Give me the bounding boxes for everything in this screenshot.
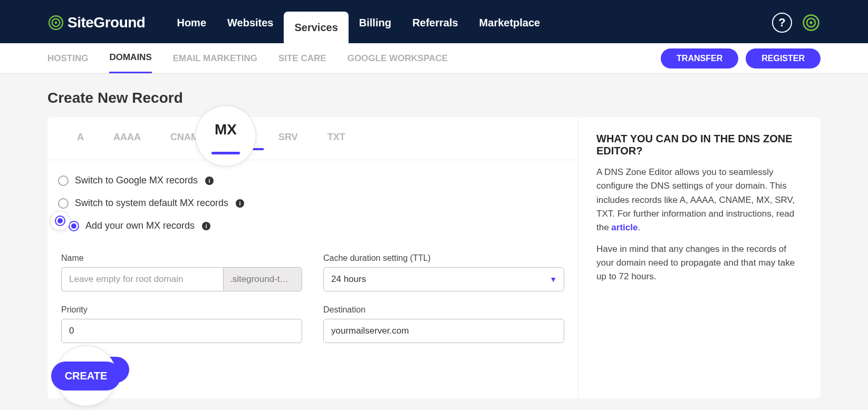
- record-card: MX A AAAA CNAME MX SRV TXT Switch to Goo…: [47, 117, 821, 398]
- article-link[interactable]: article: [611, 222, 638, 232]
- subnav-site-care[interactable]: SITE CARE: [278, 43, 326, 73]
- nav-referrals[interactable]: Referrals: [402, 2, 469, 43]
- svg-point-2: [55, 22, 57, 24]
- ttl-select[interactable]: 24 hours ▼: [323, 267, 564, 291]
- nav-services[interactable]: Services: [284, 12, 348, 43]
- mx-magnify-label: MX: [215, 121, 237, 138]
- record-type-tabs: A AAAA CNAME MX SRV TXT: [47, 117, 578, 160]
- rectab-txt[interactable]: TXT: [313, 128, 360, 150]
- register-button[interactable]: REGISTER: [746, 48, 821, 69]
- ttl-value: 24 hours: [323, 267, 564, 291]
- radio-icon: [58, 198, 69, 209]
- main-nav: Home Websites Services Billing Referrals…: [166, 2, 551, 43]
- destination-label: Destination: [323, 305, 564, 315]
- create-highlight-label: CREATE: [51, 362, 121, 391]
- header-right: ?: [772, 13, 821, 33]
- transfer-button[interactable]: TRANSFER: [661, 48, 738, 69]
- priority-input[interactable]: [61, 319, 302, 343]
- radio-google-mx[interactable]: Switch to Google MX records i: [58, 175, 567, 186]
- nav-marketplace[interactable]: Marketplace: [469, 2, 551, 43]
- help-icon[interactable]: ?: [772, 13, 792, 33]
- radio-label: Switch to Google MX records: [75, 175, 198, 186]
- subnav-hosting[interactable]: HOSTING: [47, 43, 88, 73]
- ttl-label: Cache duration setting (TTL): [323, 253, 564, 263]
- field-name: Name .siteground-t…: [61, 253, 302, 291]
- nav-websites[interactable]: Websites: [217, 2, 284, 43]
- name-input-wrap: .siteground-t…: [61, 267, 302, 291]
- sub-nav: HOSTING DOMAINS EMAIL MARKETING SITE CAR…: [0, 43, 868, 74]
- svg-point-5: [809, 21, 812, 24]
- name-label: Name: [61, 253, 302, 263]
- account-swirl-icon[interactable]: [802, 13, 821, 32]
- info-icon[interactable]: i: [236, 199, 244, 208]
- sidebar-paragraph-1: A DNS Zone Editor allows you to seamless…: [596, 165, 805, 235]
- radio-label: Add your own MX records: [85, 220, 195, 231]
- sidebar-paragraph-2: Have in mind that any changes in the rec…: [596, 242, 805, 284]
- info-icon[interactable]: i: [205, 177, 214, 185]
- radio-label: Switch to system default MX records: [75, 198, 228, 209]
- name-input[interactable]: [61, 267, 223, 291]
- field-priority: Priority: [61, 305, 302, 343]
- sidebar-title: WHAT YOU CAN DO IN THE DNS ZONE EDITOR?: [596, 133, 805, 157]
- rectab-aaaa[interactable]: AAAA: [99, 128, 156, 150]
- subnav-email-marketing[interactable]: EMAIL MARKETING: [173, 43, 257, 73]
- card-main: MX A AAAA CNAME MX SRV TXT Switch to Goo…: [47, 117, 578, 398]
- rectab-srv[interactable]: SRV: [264, 128, 313, 150]
- mx-magnify-highlight: MX: [195, 105, 256, 167]
- radio-icon: [58, 175, 69, 186]
- destination-input[interactable]: [323, 319, 564, 343]
- rectab-a[interactable]: A: [62, 128, 99, 150]
- sub-nav-left: HOSTING DOMAINS EMAIL MARKETING SITE CAR…: [47, 43, 448, 73]
- sidebar-help: WHAT YOU CAN DO IN THE DNS ZONE EDITOR? …: [578, 117, 821, 398]
- field-destination: Destination: [323, 305, 564, 343]
- sidebar-p1-text-b: .: [638, 222, 640, 232]
- nav-billing[interactable]: Billing: [349, 2, 402, 43]
- radio-icon: [69, 221, 79, 231]
- create-row: CREATE: [61, 357, 564, 383]
- mx-form: Name .siteground-t… Cache duration setti…: [47, 248, 578, 398]
- priority-label: Priority: [61, 305, 302, 315]
- radio-selected-highlight: [50, 211, 70, 231]
- subnav-domains[interactable]: DOMAINS: [109, 43, 151, 73]
- radio-own-mx[interactable]: Add your own MX records i: [58, 220, 567, 231]
- subnav-google-workspace[interactable]: GOOGLE WORKSPACE: [348, 43, 448, 73]
- highlight-radio-icon: [55, 216, 65, 226]
- info-icon[interactable]: i: [202, 222, 210, 230]
- logo-text: SiteGround: [67, 14, 145, 31]
- radio-system-default-mx[interactable]: Switch to system default MX records i: [58, 198, 567, 209]
- create-button-highlight: CREATE: [55, 345, 117, 406]
- logo-swirl-icon: [47, 14, 64, 31]
- logo[interactable]: SiteGround: [47, 14, 145, 31]
- mx-magnify-bar: [211, 152, 240, 154]
- mx-option-list: Switch to Google MX records i Switch to …: [47, 160, 578, 248]
- name-suffix: .siteground-t…: [223, 267, 302, 291]
- nav-home[interactable]: Home: [166, 2, 217, 43]
- main-header: SiteGround Home Websites Services Billin…: [0, 2, 868, 43]
- sub-nav-right: TRANSFER REGISTER: [661, 48, 821, 69]
- page-title: Create New Record: [47, 90, 821, 106]
- field-ttl: Cache duration setting (TTL) 24 hours ▼: [323, 253, 564, 291]
- page-content: Create New Record MX A AAAA CNAME MX SRV…: [0, 74, 868, 410]
